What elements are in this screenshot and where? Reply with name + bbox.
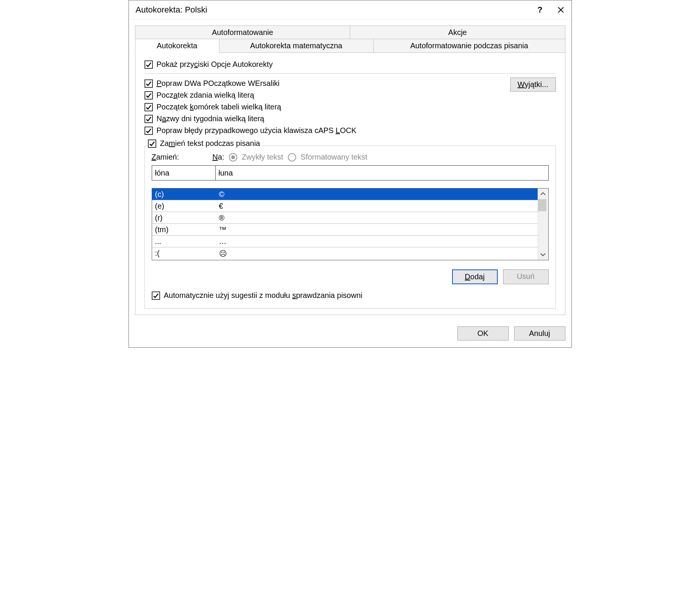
list-body: (c) © (e) € (r) ® (tm) ™: [152, 188, 538, 260]
check-spell-suggestions[interactable]: [152, 291, 160, 300]
list-actions: Dodaj Usuń: [152, 269, 549, 284]
scroll-up-icon[interactable]: [538, 188, 548, 199]
check-icon: [146, 116, 152, 122]
list-row[interactable]: :( ☹: [152, 247, 538, 259]
check-icon: [153, 293, 159, 299]
list-row[interactable]: (r) ®: [152, 212, 538, 224]
scroll-thumb[interactable]: [538, 199, 546, 211]
check-icon: [146, 81, 152, 87]
titlebar: Autokorekta: Polski ?: [129, 0, 571, 19]
tab-math-autocorrect[interactable]: Autokorekta matematyczna: [219, 39, 374, 53]
tabrow-bottom: Autokorekta Autokorekta matematyczna Aut…: [135, 39, 565, 53]
check-icon: [146, 128, 152, 134]
autocorrect-dialog: Autokorekta: Polski ? Autoformatowanie A…: [129, 0, 572, 348]
replace-label: Zamień:: [152, 153, 208, 162]
radio-formatted-label: Sformatowany tekst: [301, 153, 368, 162]
with-label: Na:: [213, 153, 224, 162]
check-spell-row: Automatycznie użyj sugestii z modułu spr…: [152, 290, 549, 301]
tab-actions[interactable]: Akcje: [350, 25, 565, 39]
add-button[interactable]: Dodaj: [452, 269, 498, 284]
tab-autoformat[interactable]: Autoformatowanie: [135, 25, 351, 39]
check-cap-cells-label: Początek komórek tabeli wielką literą: [157, 103, 281, 111]
close-button[interactable]: [551, 0, 571, 19]
tabstrip: Autoformatowanie Akcje Autokorekta Autok…: [135, 25, 565, 53]
check-cap-cells[interactable]: [144, 103, 153, 111]
replace-input[interactable]: [152, 165, 216, 180]
ok-button[interactable]: OK: [457, 326, 509, 340]
dialog-footer: OK Anuluj: [129, 321, 571, 347]
tab-autoformat-typing[interactable]: Autoformatowanie podczas pisania: [374, 39, 565, 53]
scroll-track[interactable]: [538, 199, 548, 249]
list-row[interactable]: (e) €: [152, 200, 538, 212]
tab-autocorrect[interactable]: Autokorekta: [135, 39, 219, 53]
check-icon: [149, 141, 155, 147]
replace-section: Zamień tekst podczas pisania Zamień: Na:…: [144, 146, 556, 309]
check-two-caps-label: Popraw DWa POczątkowe WErsaliki: [157, 79, 280, 88]
check-show-buttons[interactable]: [144, 60, 153, 69]
replace-legend: Zamień tekst podczas pisania: [146, 139, 262, 148]
replace-labels-row: Zamień: Na: Zwykły tekst Sformatowany te…: [152, 153, 549, 162]
dialog-title: Autokorekta: Polski: [136, 5, 530, 15]
list-row[interactable]: (c) ©: [152, 188, 538, 200]
replace-legend-label: Zamień tekst podczas pisania: [160, 139, 260, 148]
check-show-buttons-row: Pokaż przyciski Opcje Autokorekty: [144, 59, 556, 70]
help-button[interactable]: ?: [530, 0, 551, 19]
separator: [144, 73, 556, 74]
check-caps-lock-label: Popraw błędy przypadkowego użycia klawis…: [157, 126, 357, 135]
check-icon: [146, 104, 152, 110]
close-icon: [557, 6, 564, 13]
check-caps-lock[interactable]: [144, 127, 153, 135]
exceptions-button[interactable]: Wyjątki...: [510, 78, 556, 92]
with-input[interactable]: [216, 165, 549, 180]
check-cap-sentence[interactable]: [144, 91, 153, 100]
check-cap-days[interactable]: [144, 115, 153, 123]
cancel-button[interactable]: Anuluj: [514, 326, 565, 340]
tab-content: Pokaż przyciski Opcje Autokorekty Popraw…: [135, 52, 565, 315]
replace-list[interactable]: (c) © (e) € (r) ® (tm) ™: [152, 188, 549, 260]
scroll-down-icon[interactable]: [538, 249, 548, 260]
list-row[interactable]: (tm) ™: [152, 224, 538, 236]
check-show-buttons-label: Pokaż przyciski Opcje Autokorekty: [157, 60, 273, 69]
radio-formatted[interactable]: [288, 153, 296, 162]
check-spell-label: Automatycznie użyj sugestii z modułu spr…: [164, 291, 362, 300]
tabrow-top: Autoformatowanie Akcje: [135, 25, 565, 39]
dialog-body: Autoformatowanie Akcje Autokorekta Autok…: [129, 19, 571, 321]
scrollbar[interactable]: [538, 188, 548, 260]
check-cap-sentence-label: Początek zdania wielką literą: [157, 91, 254, 100]
delete-button[interactable]: Usuń: [503, 269, 549, 284]
radio-plain[interactable]: [229, 153, 237, 162]
list-row[interactable]: ... …: [152, 236, 538, 247]
check-icon: [146, 62, 152, 68]
replace-input-row: [152, 165, 549, 180]
check-cap-days-label: Nazwy dni tygodnia wielką literą: [157, 114, 264, 123]
check-replace-typing[interactable]: [148, 139, 156, 148]
check-icon: [146, 92, 152, 98]
radio-plain-label: Zwykły tekst: [242, 153, 283, 162]
check-two-caps[interactable]: [144, 79, 153, 88]
